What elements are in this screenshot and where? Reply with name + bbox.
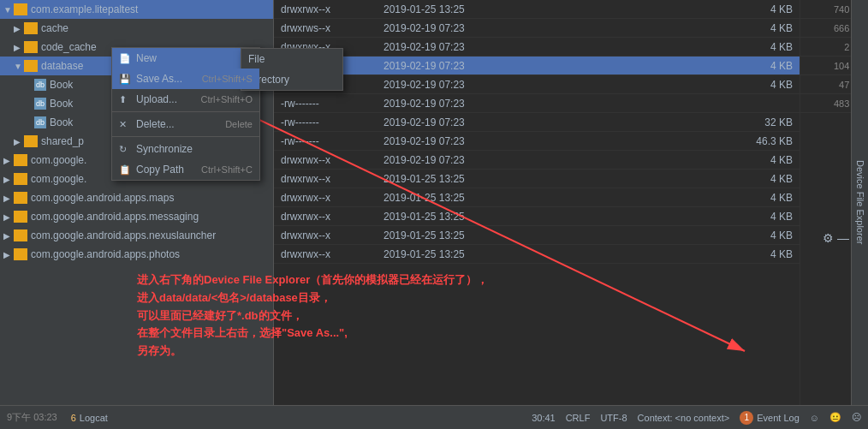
- menu-item-synchronize[interactable]: ↻ Synchronize: [112, 139, 259, 159]
- menu-item-upload[interactable]: ⬆ Upload... Ctrl+Shift+O: [112, 89, 259, 110]
- encoding[interactable]: UTF-8: [600, 413, 627, 423]
- menu-item-save-as[interactable]: 💾 Save As... Ctrl+Shift+S: [112, 69, 259, 89]
- perm: drwxrwx--x: [281, 248, 383, 260]
- event-log-area[interactable]: 1 Event Log: [740, 411, 800, 425]
- file-list-row[interactable]: -rw------- 2019-02-19 07:23 32 KB: [274, 113, 800, 132]
- folder-icon: [14, 192, 27, 204]
- file-list: drwxrwx--x 2019-01-25 13:25 4 KB drwxrws…: [274, 0, 800, 405]
- device-file-explorer-label[interactable]: Device File Explorer: [851, 0, 868, 405]
- perm: -rw-------: [281, 135, 383, 147]
- tree-arrow: ▼: [14, 62, 24, 71]
- file-list-row-highlighted[interactable]: drwxrwx--x 2019-02-19 07:23 4 KB: [274, 57, 800, 75]
- tree-label: Book: [50, 79, 73, 91]
- tree-label: Book: [50, 98, 73, 110]
- shortcut-label: Delete: [208, 119, 253, 129]
- copy-icon: 📋: [119, 164, 133, 176]
- file-list-row[interactable]: drwxrwx--x 2019-01-25 13:25 4 KB: [274, 226, 800, 245]
- tree-item-photos[interactable]: ▶ com.google.android.apps.photos: [0, 245, 273, 264]
- logcat-tab[interactable]: 6 Logcat: [64, 406, 115, 429]
- menu-item-copy-path[interactable]: 📋 Copy Path Ctrl+Shift+C: [112, 159, 259, 180]
- perm: drwxrws--x: [281, 22, 383, 34]
- size: 4 KB: [503, 154, 793, 166]
- tree-arrow: ▶: [3, 212, 14, 222]
- tree-label: cache: [41, 22, 68, 34]
- tree-label: code_cache: [41, 41, 97, 53]
- file-list-row[interactable]: drwxrws--x 2019-02-19 07:23 4 KB: [274, 19, 800, 38]
- file-list-row[interactable]: -rw-rw---- 2019-02-19 07:23 4 KB: [274, 75, 800, 94]
- file-list-row[interactable]: drwxrwx--x 2019-01-25 13:25 4 KB: [274, 170, 800, 188]
- db-file-icon: db: [34, 116, 46, 128]
- folder-icon: [14, 173, 27, 185]
- menu-label: Delete...: [136, 118, 175, 130]
- size: 32 KB: [503, 116, 793, 128]
- tree-label: shared_p: [41, 135, 84, 147]
- tree-arrow: ▶: [3, 156, 14, 165]
- tree-item-litepaltest[interactable]: ▼ com.example.litepaltest: [0, 0, 273, 19]
- submenu-item-file[interactable]: File: [241, 49, 342, 69]
- size: 4 KB: [503, 3, 793, 15]
- date: 2019-01-25 13:25: [383, 3, 503, 15]
- size: 4 KB: [503, 41, 793, 53]
- status-right: 30:41 CRLF UTF-8 Context: <no context> 1…: [532, 411, 861, 425]
- menu-item-new[interactable]: 📄 New ▶ File Directory: [112, 48, 259, 69]
- tree-item-nexuslauncher[interactable]: ▶ com.google.android.apps.nexuslauncher: [0, 226, 273, 245]
- size: 4 KB: [503, 211, 793, 223]
- shortcut-label: Ctrl+Shift+S: [185, 74, 253, 84]
- date: 2019-01-25 13:25: [383, 192, 503, 204]
- tree-label: com.google.: [31, 173, 86, 185]
- delete-icon: ✕: [119, 119, 133, 130]
- size: 4 KB: [503, 192, 793, 204]
- tree-arrow: ▶: [3, 231, 14, 241]
- tree-item-cache[interactable]: ▶ cache: [0, 19, 273, 38]
- date: 2019-01-25 13:25: [383, 248, 503, 260]
- sync-icon: ↻: [119, 144, 133, 155]
- tree-label: Book: [50, 116, 73, 128]
- menu-separator: [112, 136, 259, 137]
- perm: drwxrwx--x: [281, 154, 383, 166]
- folder-icon: [14, 3, 27, 15]
- timestamp: 9下午 03:23: [7, 411, 57, 424]
- file-list-row[interactable]: -rw------- 2019-02-19 07:23 46.3 KB: [274, 132, 800, 151]
- tree-item-maps[interactable]: ▶ com.google.android.apps.maps: [0, 188, 273, 207]
- minus-icon[interactable]: —: [837, 231, 849, 245]
- happy-icon: ☺: [810, 413, 819, 423]
- position-indicator: 30:41: [532, 413, 556, 423]
- file-list-row[interactable]: drwxrwx--x 2019-01-25 13:25 4 KB: [274, 245, 800, 264]
- folder-icon: [24, 41, 38, 53]
- tree-arrow: ▼: [3, 5, 14, 15]
- date: 2019-01-25 13:25: [383, 211, 503, 223]
- tree-arrow: ▶: [3, 194, 14, 203]
- file-list-row[interactable]: drwxrwx--x 2019-01-25 13:25 4 KB: [274, 207, 800, 226]
- date: 2019-02-19 07:23: [383, 116, 503, 128]
- event-log-label: Event Log: [757, 413, 800, 423]
- context-indicator: Context: <no context>: [638, 413, 730, 423]
- tree-item-messaging[interactable]: ▶ com.google.android.apps.messaging: [0, 207, 273, 226]
- perm: drwxrwx--x: [281, 211, 383, 223]
- save-icon: 💾: [119, 74, 133, 85]
- tree-label: com.google.android.apps.maps: [31, 192, 174, 204]
- file-list-row[interactable]: drwxrwx--x 2019-02-19 07:23 4 KB: [274, 38, 800, 57]
- file-list-row[interactable]: -rw------- 2019-02-19 07:23: [274, 94, 800, 113]
- context-menu: 📄 New ▶ File Directory 💾 Save As... Ctrl…: [111, 47, 260, 181]
- shortcut-label: Ctrl+Shift+O: [183, 94, 253, 104]
- file-list-row[interactable]: drwxrwx--x 2019-02-19 07:23 4 KB: [274, 151, 800, 170]
- shortcut-label: Ctrl+Shift+C: [184, 164, 253, 175]
- tree-label: com.example.litepaltest: [31, 3, 138, 15]
- date: 2019-02-19 07:23: [383, 154, 503, 166]
- folder-icon: [24, 135, 38, 147]
- date: 2019-01-25 13:25: [383, 229, 503, 241]
- file-list-row[interactable]: drwxrwx--x 2019-01-25 13:25 4 KB: [274, 188, 800, 207]
- menu-item-delete[interactable]: ✕ Delete... Delete: [112, 114, 259, 134]
- menu-label: New: [136, 52, 157, 64]
- menu-label: Copy Path: [136, 164, 184, 176]
- folder-icon: [14, 154, 27, 166]
- gear-icon[interactable]: ⚙: [823, 231, 834, 245]
- size: 46.3 KB: [503, 135, 793, 147]
- logcat-label: Logcat: [80, 413, 108, 423]
- logcat-num: 6: [71, 413, 76, 423]
- size: 4 KB: [503, 248, 793, 260]
- line-ending[interactable]: CRLF: [566, 413, 591, 423]
- tree-label: com.google.android.apps.nexuslauncher: [31, 229, 216, 241]
- perm: drwxrwx--x: [281, 192, 383, 204]
- file-list-row[interactable]: drwxrwx--x 2019-01-25 13:25 4 KB: [274, 0, 800, 19]
